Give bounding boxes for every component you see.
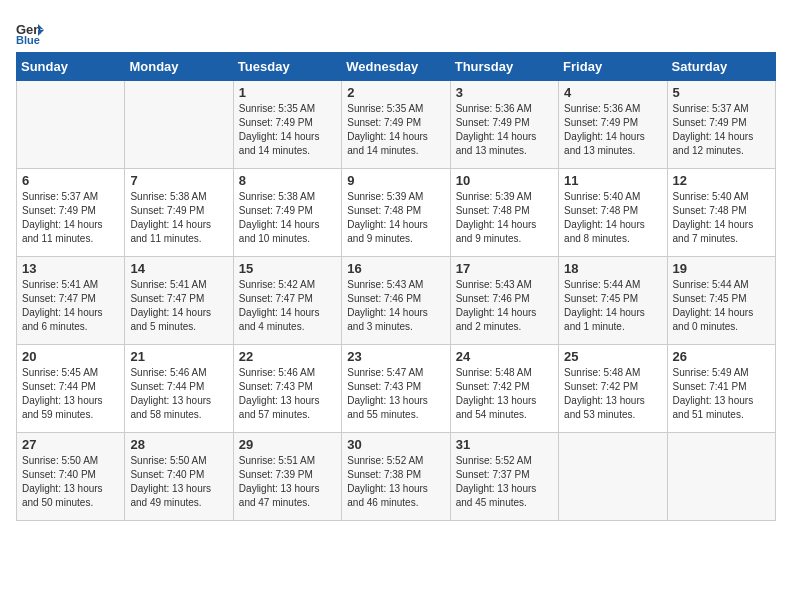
- day-number: 18: [564, 261, 661, 276]
- calendar-cell: 18Sunrise: 5:44 AM Sunset: 7:45 PM Dayli…: [559, 257, 667, 345]
- day-number: 2: [347, 85, 444, 100]
- calendar-cell: 23Sunrise: 5:47 AM Sunset: 7:43 PM Dayli…: [342, 345, 450, 433]
- calendar-cell: 4Sunrise: 5:36 AM Sunset: 7:49 PM Daylig…: [559, 81, 667, 169]
- calendar-cell: 29Sunrise: 5:51 AM Sunset: 7:39 PM Dayli…: [233, 433, 341, 521]
- day-info: Sunrise: 5:49 AM Sunset: 7:41 PM Dayligh…: [673, 366, 770, 422]
- day-info: Sunrise: 5:36 AM Sunset: 7:49 PM Dayligh…: [564, 102, 661, 158]
- calendar-cell: 21Sunrise: 5:46 AM Sunset: 7:44 PM Dayli…: [125, 345, 233, 433]
- day-of-week-header: Sunday: [17, 53, 125, 81]
- calendar-table: SundayMondayTuesdayWednesdayThursdayFrid…: [16, 52, 776, 521]
- calendar-cell: 6Sunrise: 5:37 AM Sunset: 7:49 PM Daylig…: [17, 169, 125, 257]
- day-info: Sunrise: 5:41 AM Sunset: 7:47 PM Dayligh…: [130, 278, 227, 334]
- day-info: Sunrise: 5:51 AM Sunset: 7:39 PM Dayligh…: [239, 454, 336, 510]
- day-info: Sunrise: 5:35 AM Sunset: 7:49 PM Dayligh…: [347, 102, 444, 158]
- day-of-week-header: Thursday: [450, 53, 558, 81]
- calendar-week-row: 6Sunrise: 5:37 AM Sunset: 7:49 PM Daylig…: [17, 169, 776, 257]
- day-number: 28: [130, 437, 227, 452]
- day-of-week-header: Saturday: [667, 53, 775, 81]
- day-number: 1: [239, 85, 336, 100]
- day-number: 29: [239, 437, 336, 452]
- calendar-cell: 8Sunrise: 5:38 AM Sunset: 7:49 PM Daylig…: [233, 169, 341, 257]
- calendar-cell: 30Sunrise: 5:52 AM Sunset: 7:38 PM Dayli…: [342, 433, 450, 521]
- logo-icon: Gen Blue: [16, 16, 44, 44]
- calendar-cell: 25Sunrise: 5:48 AM Sunset: 7:42 PM Dayli…: [559, 345, 667, 433]
- calendar-cell: 19Sunrise: 5:44 AM Sunset: 7:45 PM Dayli…: [667, 257, 775, 345]
- day-number: 27: [22, 437, 119, 452]
- day-number: 30: [347, 437, 444, 452]
- day-number: 16: [347, 261, 444, 276]
- calendar-week-row: 1Sunrise: 5:35 AM Sunset: 7:49 PM Daylig…: [17, 81, 776, 169]
- calendar-cell: [125, 81, 233, 169]
- day-number: 24: [456, 349, 553, 364]
- day-number: 22: [239, 349, 336, 364]
- day-number: 4: [564, 85, 661, 100]
- day-of-week-header: Monday: [125, 53, 233, 81]
- day-info: Sunrise: 5:36 AM Sunset: 7:49 PM Dayligh…: [456, 102, 553, 158]
- calendar-cell: 11Sunrise: 5:40 AM Sunset: 7:48 PM Dayli…: [559, 169, 667, 257]
- day-info: Sunrise: 5:46 AM Sunset: 7:43 PM Dayligh…: [239, 366, 336, 422]
- day-info: Sunrise: 5:41 AM Sunset: 7:47 PM Dayligh…: [22, 278, 119, 334]
- calendar-cell: 2Sunrise: 5:35 AM Sunset: 7:49 PM Daylig…: [342, 81, 450, 169]
- calendar-cell: 1Sunrise: 5:35 AM Sunset: 7:49 PM Daylig…: [233, 81, 341, 169]
- calendar-week-row: 13Sunrise: 5:41 AM Sunset: 7:47 PM Dayli…: [17, 257, 776, 345]
- day-of-week-header: Friday: [559, 53, 667, 81]
- calendar-cell: 24Sunrise: 5:48 AM Sunset: 7:42 PM Dayli…: [450, 345, 558, 433]
- calendar-cell: 12Sunrise: 5:40 AM Sunset: 7:48 PM Dayli…: [667, 169, 775, 257]
- calendar-cell: 17Sunrise: 5:43 AM Sunset: 7:46 PM Dayli…: [450, 257, 558, 345]
- day-number: 13: [22, 261, 119, 276]
- day-info: Sunrise: 5:40 AM Sunset: 7:48 PM Dayligh…: [673, 190, 770, 246]
- day-info: Sunrise: 5:50 AM Sunset: 7:40 PM Dayligh…: [130, 454, 227, 510]
- day-info: Sunrise: 5:45 AM Sunset: 7:44 PM Dayligh…: [22, 366, 119, 422]
- calendar-cell: 20Sunrise: 5:45 AM Sunset: 7:44 PM Dayli…: [17, 345, 125, 433]
- day-number: 6: [22, 173, 119, 188]
- day-info: Sunrise: 5:47 AM Sunset: 7:43 PM Dayligh…: [347, 366, 444, 422]
- day-number: 21: [130, 349, 227, 364]
- day-number: 8: [239, 173, 336, 188]
- day-info: Sunrise: 5:37 AM Sunset: 7:49 PM Dayligh…: [673, 102, 770, 158]
- svg-text:Blue: Blue: [16, 34, 40, 44]
- day-number: 9: [347, 173, 444, 188]
- calendar-cell: 13Sunrise: 5:41 AM Sunset: 7:47 PM Dayli…: [17, 257, 125, 345]
- day-info: Sunrise: 5:37 AM Sunset: 7:49 PM Dayligh…: [22, 190, 119, 246]
- calendar-cell: 28Sunrise: 5:50 AM Sunset: 7:40 PM Dayli…: [125, 433, 233, 521]
- calendar-cell: 9Sunrise: 5:39 AM Sunset: 7:48 PM Daylig…: [342, 169, 450, 257]
- calendar-cell: 26Sunrise: 5:49 AM Sunset: 7:41 PM Dayli…: [667, 345, 775, 433]
- day-of-week-header: Wednesday: [342, 53, 450, 81]
- calendar-cell: 3Sunrise: 5:36 AM Sunset: 7:49 PM Daylig…: [450, 81, 558, 169]
- day-info: Sunrise: 5:46 AM Sunset: 7:44 PM Dayligh…: [130, 366, 227, 422]
- day-info: Sunrise: 5:44 AM Sunset: 7:45 PM Dayligh…: [673, 278, 770, 334]
- day-info: Sunrise: 5:38 AM Sunset: 7:49 PM Dayligh…: [130, 190, 227, 246]
- calendar-cell: 5Sunrise: 5:37 AM Sunset: 7:49 PM Daylig…: [667, 81, 775, 169]
- day-info: Sunrise: 5:50 AM Sunset: 7:40 PM Dayligh…: [22, 454, 119, 510]
- day-number: 15: [239, 261, 336, 276]
- day-info: Sunrise: 5:43 AM Sunset: 7:46 PM Dayligh…: [347, 278, 444, 334]
- day-number: 14: [130, 261, 227, 276]
- calendar-cell: 15Sunrise: 5:42 AM Sunset: 7:47 PM Dayli…: [233, 257, 341, 345]
- calendar-week-row: 20Sunrise: 5:45 AM Sunset: 7:44 PM Dayli…: [17, 345, 776, 433]
- day-number: 20: [22, 349, 119, 364]
- day-number: 5: [673, 85, 770, 100]
- calendar-cell: 22Sunrise: 5:46 AM Sunset: 7:43 PM Dayli…: [233, 345, 341, 433]
- page-header: Gen Blue: [16, 16, 776, 44]
- day-number: 17: [456, 261, 553, 276]
- calendar-cell: 27Sunrise: 5:50 AM Sunset: 7:40 PM Dayli…: [17, 433, 125, 521]
- day-number: 26: [673, 349, 770, 364]
- day-info: Sunrise: 5:39 AM Sunset: 7:48 PM Dayligh…: [456, 190, 553, 246]
- calendar-week-row: 27Sunrise: 5:50 AM Sunset: 7:40 PM Dayli…: [17, 433, 776, 521]
- calendar-cell: 7Sunrise: 5:38 AM Sunset: 7:49 PM Daylig…: [125, 169, 233, 257]
- day-info: Sunrise: 5:48 AM Sunset: 7:42 PM Dayligh…: [456, 366, 553, 422]
- day-number: 3: [456, 85, 553, 100]
- day-info: Sunrise: 5:39 AM Sunset: 7:48 PM Dayligh…: [347, 190, 444, 246]
- calendar-cell: [559, 433, 667, 521]
- calendar-cell: 10Sunrise: 5:39 AM Sunset: 7:48 PM Dayli…: [450, 169, 558, 257]
- calendar-header-row: SundayMondayTuesdayWednesdayThursdayFrid…: [17, 53, 776, 81]
- calendar-cell: 14Sunrise: 5:41 AM Sunset: 7:47 PM Dayli…: [125, 257, 233, 345]
- day-number: 11: [564, 173, 661, 188]
- day-number: 31: [456, 437, 553, 452]
- day-info: Sunrise: 5:35 AM Sunset: 7:49 PM Dayligh…: [239, 102, 336, 158]
- day-info: Sunrise: 5:52 AM Sunset: 7:37 PM Dayligh…: [456, 454, 553, 510]
- day-number: 23: [347, 349, 444, 364]
- day-of-week-header: Tuesday: [233, 53, 341, 81]
- day-number: 19: [673, 261, 770, 276]
- day-info: Sunrise: 5:43 AM Sunset: 7:46 PM Dayligh…: [456, 278, 553, 334]
